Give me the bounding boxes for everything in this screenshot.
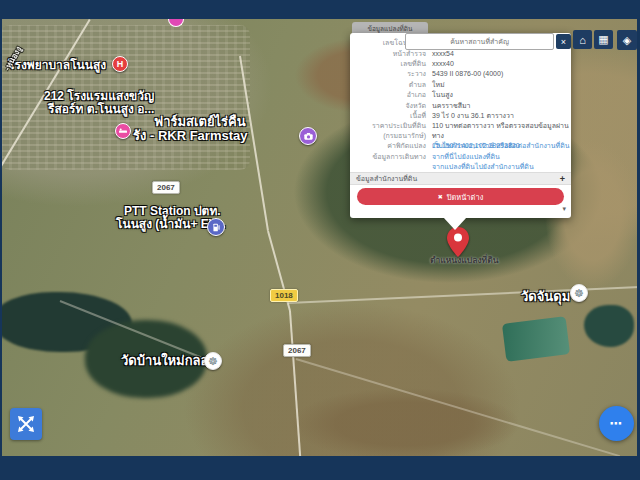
parcel-detail-rows: เลขโฉนดที่ดิน หน้าสำรวจ xxxx54 เลขที่ดิน… <box>350 38 571 172</box>
close-icon: × <box>561 37 566 47</box>
measure-tools-button[interactable] <box>10 408 42 440</box>
layers-button[interactable]: ◈ <box>617 30 637 50</box>
map-sheet-label: ระวาง <box>350 69 432 79</box>
assessed-price-label-line1: ราคาประเมินที่ดิน <box>350 121 426 131</box>
temple-west-label[interactable]: วัดบ้านใหม่กลอ <box>121 350 208 371</box>
expand-plus-icon: + <box>560 174 565 184</box>
land-office-accordion-label: ข้อมูลสำนักงานที่ดิน <box>356 173 417 184</box>
close-x-icon: ✖ <box>438 193 443 200</box>
temple-west-marker[interactable]: ☸ <box>204 352 222 370</box>
route-shield-1018: 1018 <box>270 289 298 302</box>
home-button[interactable]: ⌂ <box>573 30 592 49</box>
dharma-wheel-icon: ☸ <box>208 356 218 367</box>
more-options-fab[interactable]: ⋯ <box>599 406 634 441</box>
subdistrict-label: ตำบล <box>350 80 432 90</box>
close-window-label: ปิดหน้าต่าง <box>447 191 484 203</box>
map-road <box>289 311 301 461</box>
layers-icon: ◈ <box>623 34 631 47</box>
province-value: นครราชสีมา <box>432 101 471 111</box>
assessed-price-label-line2: (กรมธนารักษ์) <box>350 131 426 141</box>
farmstay-marker[interactable] <box>299 127 317 145</box>
map-road <box>296 358 620 457</box>
fuel-station-marker[interactable] <box>207 218 225 236</box>
frame-bottom <box>0 456 640 480</box>
grid-icon: ▦ <box>598 33 608 46</box>
row-area: เนื้อที่ 39 ไร่ 0 งาน 36.1 ตารางวา <box>350 111 571 121</box>
ellipsis-icon: ⋯ <box>610 416 624 431</box>
route-shield-2067-north: 2067 <box>152 181 180 194</box>
parcel-info-panel: เลขโฉนดที่ดิน หน้าสำรวจ xxxx54 เลขที่ดิน… <box>350 33 571 218</box>
subdistrict-value: ใหม่ <box>432 80 445 90</box>
row-province: จังหวัด นครราชสีมา <box>350 100 571 110</box>
row-assessed-price: ราคาประเมินที่ดิน (กรมธนารักษ์) 110 บาทต… <box>350 121 571 141</box>
map-field-south <box>290 388 520 460</box>
landsmaps-app: โรงพยาบาลโนนสูง 212 โรงแรมแสงขวัญ รีสอร์… <box>0 0 640 480</box>
cutoff-poi-marker <box>168 19 184 27</box>
province-label: จังหวัด <box>350 101 432 111</box>
area-label: เนื้อที่ <box>350 111 432 121</box>
coordinates-label: ค่าพิกัดแปลง <box>350 141 432 151</box>
row-map-sheet: ระวาง 5439 II 0876-00 (4000) <box>350 69 571 79</box>
frame-top <box>0 0 640 19</box>
directions-to-parcel-link[interactable]: จากที่นี่ไปยังแปลงที่ดิน <box>432 152 534 162</box>
search-close-button[interactable]: × <box>556 34 571 49</box>
close-window-button[interactable]: ✖ ปิดหน้าต่าง <box>357 188 564 205</box>
panel-pointer <box>443 217 467 230</box>
coordinates-link[interactable]: 15.15071402,102.28293820 <box>432 141 520 151</box>
temple-east-label[interactable]: วัดจันดุม <box>521 286 570 307</box>
district-value: โนนสูง <box>432 90 453 100</box>
frame-left <box>0 0 2 480</box>
hospital-marker[interactable]: H <box>112 56 128 72</box>
survey-page-label: หน้าสำรวจ <box>350 49 432 59</box>
hotel-label-line2[interactable]: รีสอร์ท ต.โนนสูง อ... <box>48 99 154 118</box>
survey-page-value: xxxx54 <box>432 49 454 59</box>
hospital-h-icon: H <box>117 59 124 69</box>
row-subdistrict: ตำบล ใหม่ <box>350 80 571 90</box>
district-label: อำเภอ <box>350 90 432 100</box>
map-pond-teal <box>502 316 570 362</box>
travel-info-label: ข้อมูลการเดินทาง <box>350 152 432 162</box>
grid-button[interactable]: ▦ <box>594 30 613 49</box>
fuel-pump-icon <box>211 222 222 233</box>
map-pond-east <box>584 305 634 347</box>
bed-icon <box>118 126 128 136</box>
travel-links: จากที่นี่ไปยังแปลงที่ดิน จากแปลงที่ดินไป… <box>432 152 534 172</box>
parcel-number-label: เลขที่ดิน <box>350 59 432 69</box>
map-sheet-value: 5439 II 0876-00 (4000) <box>432 69 503 79</box>
farmstay-label-line2[interactable]: รัง - RKR Farmstay <box>133 125 247 146</box>
parcel-number-value: xxxx40 <box>432 59 454 69</box>
row-district: อำเภอ โนนสูง <box>350 90 571 100</box>
camera-icon <box>303 131 314 142</box>
route-shield-2067-south: 2067 <box>283 344 311 357</box>
area-value: 39 ไร่ 0 งาน 36.1 ตารางวา <box>432 111 514 121</box>
parcel-pin-label: ตำแหน่งแปลงที่ดิน <box>430 253 499 267</box>
row-travel-info: ข้อมูลการเดินทาง จากที่นี่ไปยังแปลงที่ดิ… <box>350 152 571 172</box>
scroll-caret-icon[interactable]: ▾ <box>562 205 566 213</box>
row-parcel-number: เลขที่ดิน xxxx40 <box>350 59 571 69</box>
temple-east-marker[interactable]: ☸ <box>570 284 588 302</box>
hotel-marker[interactable] <box>115 123 131 139</box>
dharma-wheel-icon: ☸ <box>574 288 584 299</box>
assessed-price-label: ราคาประเมินที่ดิน (กรมธนารักษ์) <box>350 121 432 141</box>
crossed-arrows-icon <box>16 414 36 434</box>
assessed-price-text: 110 บาทต่อตารางวา หรือตรวจสอบข้อมูลผ่านท… <box>432 121 571 141</box>
land-office-accordion[interactable]: ข้อมูลสำนักงานที่ดิน + <box>350 172 571 185</box>
hospital-label[interactable]: โรงพยาบาลโนนสูง <box>8 55 106 74</box>
search-input[interactable] <box>405 33 554 50</box>
parcel-to-office-link[interactable]: จากแปลงที่ดินไปยังสำนักงานที่ดิน <box>432 162 534 172</box>
home-icon: ⌂ <box>579 34 586 46</box>
